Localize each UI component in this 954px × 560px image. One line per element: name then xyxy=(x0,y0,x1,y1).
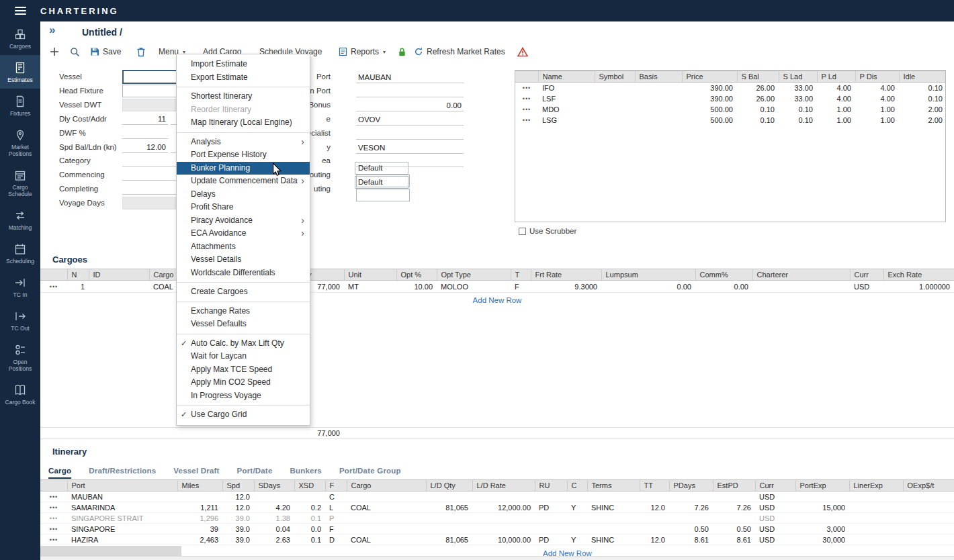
delete-button[interactable] xyxy=(136,43,146,60)
specialist-input[interactable] xyxy=(356,128,464,140)
cell-estpd[interactable] xyxy=(713,492,755,502)
sidebar-item-fixtures[interactable]: Fixtures xyxy=(0,89,40,122)
cell-pdays[interactable] xyxy=(669,513,713,524)
cell-cargo[interactable] xyxy=(347,492,426,502)
cell-miles[interactable]: 39 xyxy=(177,524,222,534)
cell-price[interactable]: 500.00 xyxy=(682,115,737,126)
cell-ru[interactable] xyxy=(535,492,567,502)
horizontal-scrollbar[interactable] xyxy=(40,556,954,560)
sidebar-item-open-positions[interactable]: Open Positions xyxy=(0,337,40,377)
cell-price[interactable]: 500.00 xyxy=(682,104,737,115)
cargoes-add-new-row-link[interactable]: Add New Row xyxy=(473,296,522,304)
cell-c[interactable] xyxy=(567,524,587,534)
cell-s-lad[interactable]: 0.10 xyxy=(779,104,817,115)
cell-cargo[interactable] xyxy=(347,524,426,534)
menu-item-in-progress-voyage[interactable]: In Progress Voyage xyxy=(177,389,310,403)
cell-comm[interactable]: 0.00 xyxy=(695,281,752,293)
cell-oexp[interactable] xyxy=(903,492,954,502)
cell-ld-rate[interactable] xyxy=(472,513,535,524)
cell-idle[interactable]: 2.00 xyxy=(899,104,946,115)
refresh-market-rates-button[interactable]: Refresh Market Rates xyxy=(414,43,505,60)
cell-basis[interactable] xyxy=(635,104,682,115)
cell-curr[interactable]: USD xyxy=(755,502,795,513)
cell-pdays[interactable] xyxy=(669,492,713,502)
cell-opt-type[interactable]: MOLOO xyxy=(437,281,511,293)
hamburger-menu-icon[interactable] xyxy=(0,7,40,15)
menu-item-worldscale-differentials[interactable]: Worldscale Differentials xyxy=(177,267,310,280)
cell-ld-rate[interactable]: 12,000.00 xyxy=(472,502,535,513)
cell-curr[interactable]: USD xyxy=(755,524,795,534)
menu-item-wait-for-laycan[interactable]: Wait for Laycan xyxy=(177,350,310,363)
cell-idle[interactable]: 0.10 xyxy=(899,93,946,104)
cell-spd[interactable]: 39.0 xyxy=(222,524,254,534)
tab-draft-restrictions[interactable]: Draft/Restrictions xyxy=(89,467,156,479)
cell-s-lad[interactable]: 33.00 xyxy=(779,93,817,104)
cell-ru[interactable]: PD xyxy=(535,534,567,545)
cell-basis[interactable] xyxy=(635,83,682,93)
cell-id[interactable] xyxy=(89,281,149,293)
cell-port[interactable]: SINGAPORE STRAIT xyxy=(67,513,177,524)
lock-button[interactable] xyxy=(397,43,407,60)
cell-frt-rate[interactable]: 9.3000 xyxy=(531,281,601,293)
cell-pdays[interactable]: 0.50 xyxy=(669,524,713,534)
cell-c[interactable]: Y xyxy=(567,502,587,513)
cell-ld-rate[interactable] xyxy=(472,524,535,534)
cell-estpd[interactable]: 7.26 xyxy=(713,502,755,513)
row-actions-icon[interactable]: ••• xyxy=(40,281,67,293)
cell-p-ld[interactable]: 1.00 xyxy=(817,115,855,126)
menu-item-delays[interactable]: Delays xyxy=(177,188,310,201)
cell-f[interactable]: P xyxy=(325,513,347,524)
cell-symbol[interactable] xyxy=(595,93,635,104)
cell-oexp[interactable] xyxy=(903,513,954,524)
cell-sdays[interactable]: 4.20 xyxy=(254,502,294,513)
cell-xsd[interactable]: 0.1 xyxy=(294,513,325,524)
cell-sdays[interactable]: 0.04 xyxy=(254,524,294,534)
routing-extra-2[interactable] xyxy=(356,189,410,201)
cell-spd[interactable]: 12.0 xyxy=(222,502,254,513)
cell-port[interactable]: MAUBAN xyxy=(67,492,177,502)
cell-p-dis[interactable]: 1.00 xyxy=(855,104,899,115)
cell-p-ld[interactable]: 4.00 xyxy=(817,83,855,93)
menu-item-apply-min-co2-speed[interactable]: Apply Min CO2 Speed xyxy=(177,376,310,389)
cell-sdays[interactable]: 2.63 xyxy=(254,534,294,545)
menu-item-analysis[interactable]: Analysis› xyxy=(177,136,310,149)
row-actions-icon[interactable]: ••• xyxy=(515,104,538,115)
tab-bunkers[interactable]: Bunkers xyxy=(290,467,322,479)
cell-terms[interactable] xyxy=(587,513,640,524)
menu-item-update-commencement-data[interactable]: Update Commencement Data› xyxy=(177,175,310,188)
row-actions-icon[interactable]: ••• xyxy=(40,524,67,534)
menu-item-apply-max-tce-speed[interactable]: Apply Max TCE Speed xyxy=(177,363,310,377)
sidebar-item-matching[interactable]: Matching xyxy=(0,203,40,236)
cell-spd[interactable]: 39.0 xyxy=(222,513,254,524)
cell-portexp[interactable] xyxy=(795,513,849,524)
sidebar-item-cargoes[interactable]: Cargoes xyxy=(0,21,40,55)
sidebar-item-estimates[interactable]: Estimates xyxy=(0,55,40,89)
cell-f[interactable]: L xyxy=(325,502,347,513)
menu-item-export-estimate[interactable]: Export Estimate xyxy=(177,71,310,85)
cell-opt-pct[interactable]: 10.00 xyxy=(396,281,437,293)
tab-port-date-group[interactable]: Port/Date Group xyxy=(339,467,401,479)
cell-pdays[interactable]: 7.26 xyxy=(669,502,713,513)
cell-idle[interactable]: 2.00 xyxy=(899,115,946,126)
cell-c[interactable]: Y xyxy=(567,534,587,545)
company-input[interactable] xyxy=(356,142,464,154)
row-actions-icon[interactable]: ••• xyxy=(515,93,538,104)
cell-linerexp[interactable] xyxy=(849,502,903,513)
cell-s-bal[interactable]: 0.10 xyxy=(737,104,779,115)
cell-name[interactable]: IFO xyxy=(538,83,595,93)
cell-linerexp[interactable] xyxy=(849,534,903,545)
cell-curr[interactable]: USD xyxy=(755,513,795,524)
cell-portexp[interactable] xyxy=(795,492,849,502)
dwf-input[interactable] xyxy=(122,128,168,139)
row-actions-icon[interactable]: ••• xyxy=(40,513,67,524)
menu-item-shortest-itinerary[interactable]: Shortest Itinerary xyxy=(177,90,310,103)
cell-oexp[interactable] xyxy=(903,534,954,545)
cell-spd[interactable]: 39.0 xyxy=(222,534,254,545)
cell-ru[interactable] xyxy=(535,524,567,534)
cell-port[interactable]: SAMARINDA xyxy=(67,502,177,513)
cell-estpd[interactable] xyxy=(713,513,755,524)
cell-f[interactable]: C xyxy=(325,492,347,502)
menu-item-use-cargo-grid[interactable]: ✓Use Cargo Grid xyxy=(177,408,310,422)
itinerary-frozen-pane-scrollbar[interactable] xyxy=(40,546,181,556)
cell-cargo[interactable]: COAL xyxy=(347,502,426,513)
